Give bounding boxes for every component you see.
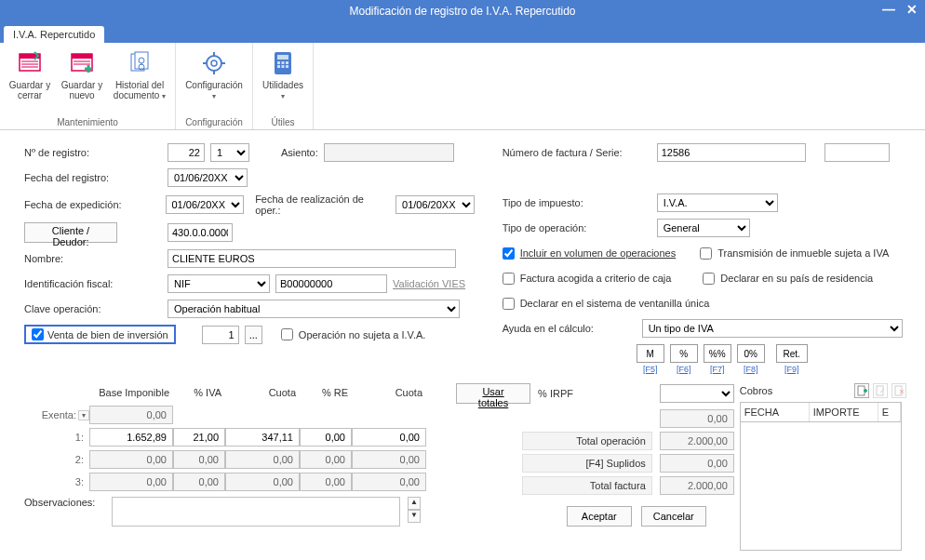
chevron-down-icon[interactable]: ▾ bbox=[78, 410, 89, 420]
venta-bien-checkbox[interactable] bbox=[32, 328, 44, 340]
utilidades-button[interactable]: Utilidades ▾ bbox=[259, 47, 307, 115]
guardar-cerrar-button[interactable]: Guardar y cerrar bbox=[6, 47, 54, 115]
fecha-expedicion-select[interactable]: 01/06/20XX bbox=[166, 195, 245, 214]
nombre-input[interactable] bbox=[168, 249, 456, 268]
calc-pctpct-button[interactable]: %% bbox=[704, 344, 731, 363]
venta-bien-inversion-highlight: Venta de bien de inversión bbox=[24, 325, 176, 344]
fecha-expedicion-label: Fecha de expedición: bbox=[24, 199, 160, 210]
validacion-vies-link[interactable]: Validación VIES bbox=[393, 278, 465, 289]
guardar-nuevo-button[interactable]: Guardar y nuevo bbox=[58, 47, 106, 115]
calc-ret-button[interactable]: Ret. bbox=[776, 344, 808, 363]
venta-bien-num-input[interactable] bbox=[202, 326, 239, 344]
configuracion-button[interactable]: Configuración ▾ bbox=[181, 47, 247, 115]
r3-cuota2-input[interactable] bbox=[352, 473, 426, 491]
svg-rect-23 bbox=[277, 55, 288, 60]
clave-operacion-label: Clave operación: bbox=[24, 303, 162, 314]
r2-pctre-input[interactable] bbox=[300, 450, 352, 469]
r3-pctre-input[interactable] bbox=[300, 473, 352, 491]
ayuda-calculo-select[interactable]: Un tipo de IVA bbox=[642, 319, 903, 338]
factura-caja-checkbox[interactable] bbox=[503, 273, 515, 285]
calc-m-button[interactable]: M bbox=[637, 344, 664, 363]
tipo-operacion-label: Tipo de operación: bbox=[503, 222, 651, 233]
irpf-select[interactable] bbox=[660, 384, 734, 403]
id-fiscal-tipo-select[interactable]: NIF bbox=[168, 274, 270, 293]
r1-pctiva-input[interactable] bbox=[173, 428, 225, 447]
r2-cuota-input[interactable] bbox=[225, 450, 300, 469]
usar-totales-button[interactable]: Usar totales bbox=[456, 383, 530, 404]
grid-row-exenta: Exenta:▾ bbox=[24, 406, 450, 424]
calc-zero-button[interactable]: 0% bbox=[737, 344, 765, 363]
cobros-table[interactable]: FECHA IMPORTE E bbox=[740, 402, 902, 551]
r2-base-input[interactable] bbox=[89, 450, 173, 469]
transmision-checkbox[interactable] bbox=[700, 247, 712, 260]
r3-pctiva-input[interactable] bbox=[173, 473, 225, 491]
close-icon[interactable]: ✕ bbox=[906, 2, 918, 17]
r3-base-input[interactable] bbox=[89, 473, 173, 491]
pct-irpf-label: % IRPF bbox=[538, 388, 573, 399]
r1-pctre-input[interactable] bbox=[300, 428, 352, 447]
fecha-realiz-label: Fecha de realización de oper.: bbox=[255, 193, 390, 216]
ayuda-calculo-label: Ayuda en el cálculo: bbox=[503, 323, 637, 334]
declarar-pais-label: Declarar en su país de residencia bbox=[720, 273, 873, 284]
svg-rect-24 bbox=[277, 61, 280, 64]
r1-cuota-input[interactable] bbox=[225, 428, 300, 447]
n-registro-label: Nº de registro: bbox=[24, 147, 162, 158]
venta-bien-browse-button[interactable]: ... bbox=[245, 326, 262, 344]
id-fiscal-num-input[interactable] bbox=[275, 274, 387, 293]
n-registro-sub-select[interactable]: 1 bbox=[210, 143, 249, 162]
fecha-realiz-select[interactable]: 01/06/20XX bbox=[395, 195, 475, 214]
tipo-impuesto-label: Tipo de impuesto: bbox=[503, 197, 651, 208]
add-cobro-icon[interactable] bbox=[854, 383, 869, 398]
cancelar-button[interactable]: Cancelar bbox=[641, 506, 706, 527]
r1-base-input[interactable] bbox=[89, 428, 173, 447]
total-operacion-value bbox=[660, 432, 734, 450]
no-sujeta-label: Operación no sujeta a I.V.A. bbox=[299, 329, 426, 340]
serie-input[interactable] bbox=[824, 143, 890, 162]
svg-rect-12 bbox=[135, 52, 148, 69]
r2-pctiva-input[interactable] bbox=[173, 450, 225, 469]
asiento-label: Asiento: bbox=[281, 147, 318, 158]
svg-rect-26 bbox=[286, 61, 288, 64]
total-operacion-label: Total operación bbox=[522, 432, 652, 450]
cliente-codigo-input[interactable] bbox=[168, 223, 233, 242]
minimize-icon[interactable]: — bbox=[882, 2, 895, 17]
irpf-value bbox=[660, 409, 734, 428]
tipo-operacion-select[interactable]: General bbox=[657, 219, 750, 237]
n-registro-input[interactable] bbox=[168, 143, 205, 162]
cliente-deudor-button[interactable]: Cliente / Deudor: bbox=[24, 222, 117, 243]
num-factura-input[interactable] bbox=[657, 143, 806, 162]
factura-caja-label: Factura acogida a criterio de caja bbox=[520, 273, 672, 284]
fecha-registro-select[interactable]: 01/06/20XX bbox=[168, 168, 248, 187]
r1-cuota2-input[interactable] bbox=[352, 428, 426, 447]
tipo-impuesto-select[interactable]: I.V.A. bbox=[657, 193, 778, 212]
r3-cuota-input[interactable] bbox=[225, 473, 300, 491]
asiento-input bbox=[324, 143, 454, 162]
tab-iva-repercutido[interactable]: I.V.A. Repercutido bbox=[4, 26, 104, 43]
edit-cobro-icon[interactable] bbox=[873, 383, 888, 398]
grid-row-1: 1: bbox=[24, 428, 450, 447]
transmision-label: Transmisión de inmueble sujeta a IVA bbox=[717, 247, 889, 259]
window-title: Modificación de registro de I.V.A. Reper… bbox=[349, 5, 575, 18]
obs-up-button[interactable]: ▲ bbox=[408, 497, 421, 510]
num-factura-label: Número de factura / Serie: bbox=[503, 147, 651, 158]
observaciones-input[interactable] bbox=[112, 497, 400, 527]
suplidos-label: [F4] Suplidos bbox=[522, 454, 652, 473]
ribbon-group-configuracion: Configuración bbox=[185, 115, 243, 127]
svg-rect-28 bbox=[282, 65, 285, 68]
incluir-volumen-checkbox[interactable] bbox=[503, 247, 515, 260]
ribbon-group-mantenimiento: Mantenimiento bbox=[57, 115, 118, 127]
clave-operacion-select[interactable]: Operación habitual bbox=[168, 300, 460, 318]
svg-rect-6 bbox=[72, 54, 92, 59]
declarar-pais-checkbox[interactable] bbox=[703, 273, 715, 285]
aceptar-button[interactable]: Aceptar bbox=[567, 506, 632, 527]
delete-cobro-icon[interactable] bbox=[891, 383, 906, 398]
calc-pct-button[interactable]: % bbox=[670, 344, 698, 363]
historial-button[interactable]: Historial del documento ▾ bbox=[110, 47, 169, 115]
f5-hint: [F5] bbox=[637, 365, 664, 374]
no-sujeta-checkbox[interactable] bbox=[281, 328, 293, 340]
declarar-ventanilla-checkbox[interactable] bbox=[503, 298, 515, 310]
calculator-icon bbox=[268, 48, 298, 78]
svg-point-17 bbox=[211, 60, 217, 66]
obs-down-button[interactable]: ▼ bbox=[408, 510, 421, 523]
r2-cuota2-input[interactable] bbox=[352, 450, 426, 469]
